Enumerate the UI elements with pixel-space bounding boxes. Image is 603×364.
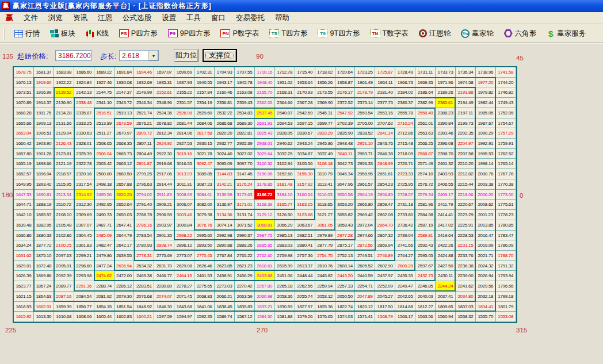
menu-item-8[interactable]: 交易委托 [231, 12, 270, 24]
grid-cell: 1663.04 [14, 128, 34, 139]
menu-item-6[interactable]: 工具 [181, 12, 206, 24]
resistance-button[interactable]: 阻力位 [174, 49, 199, 62]
toolbar-button-K线[interactable]: K线 [81, 29, 114, 39]
toolbar-button-六角形[interactable]: 六角形 [499, 29, 542, 39]
t9-badge-icon: T9 [318, 29, 327, 37]
menu-item-7[interactable]: 窗口 [206, 12, 231, 24]
grid-cell: 2647.41 [115, 220, 135, 231]
grid-cell: 2129.04 [54, 128, 74, 139]
grid-cell: 2202.35 [456, 128, 476, 139]
grid-cell: 2055.74 [295, 292, 315, 302]
grid-cell: 2697.15 [295, 118, 315, 129]
ps-badge-icon: PS [119, 29, 129, 37]
grid-cell: 3063.67 [295, 220, 315, 231]
grid-cell: 2990.37 [235, 231, 255, 241]
toolbar-button-T四方形[interactable]: TST四方形 [264, 29, 312, 39]
grid-cell: 2571.49 [415, 159, 436, 169]
toolbar-button-P四方形[interactable]: PSP四方形 [114, 29, 163, 39]
grid-cell: 1848.92 [134, 302, 154, 312]
grid-cell: 2812.34 [154, 128, 174, 139]
grid-cell: 2136.90 [54, 98, 74, 108]
grid-cell: 2280.89 [154, 281, 174, 292]
grid-cell: 2362.05 [255, 98, 275, 108]
grid-cell: 2720.71 [395, 159, 415, 169]
grid-cell: 2872.56 [355, 240, 375, 251]
grid-cell: 2427.50 [436, 261, 456, 271]
grid-cell: 3136.97 [215, 200, 235, 210]
grid-cell: 2440.59 [355, 271, 375, 281]
grid-cell: 2108.10 [54, 210, 74, 220]
grid-cell: 2906.59 [154, 210, 174, 220]
grid-cell: 1594.97 [174, 312, 194, 322]
grid-cell: 1608.06 [74, 312, 94, 322]
grid-cell: 2204.97 [456, 139, 476, 149]
toolbar-button-T数字表[interactable]: TNT数字表 [365, 29, 414, 39]
grid-cell: 2456.29 [235, 271, 255, 281]
grid-cell: 2382.99 [415, 98, 436, 108]
menu-item-2[interactable]: 资讯 [68, 12, 93, 24]
grid-cell: 2553.16 [375, 108, 395, 118]
grid-cell: 2540.07 [275, 108, 295, 118]
grid-cell: 1733.73 [436, 67, 456, 78]
menu-item-5[interactable]: 设置 [157, 12, 181, 24]
start-price-input[interactable]: 3186.7200 [55, 50, 91, 61]
grid-cell: 2265.18 [275, 281, 295, 292]
toolbar-button-江恩轮[interactable]: 江恩轮 [414, 29, 456, 39]
big-wheel-icon: Big [461, 29, 470, 38]
grid-cell: 2561.01 [415, 118, 436, 129]
grid-cell: 2414.41 [436, 210, 456, 220]
grid-cell: 2767.84 [215, 251, 235, 261]
toolbar-button-9T四方形[interactable]: T99T四方形 [312, 29, 365, 39]
grid-cell: 2398.70 [436, 149, 456, 159]
toolbar-button-9P四方形[interactable]: P99P四方形 [163, 29, 216, 39]
grid-cell: 3139.59 [215, 190, 235, 200]
grid-cell: 2930.15 [194, 139, 215, 149]
grid-cell: 2165.70 [255, 87, 275, 98]
toolbar-button-板块[interactable]: 板块 [45, 29, 81, 39]
grid-cell: 2309.69 [74, 210, 94, 220]
grid-cell: 1885.57 [34, 210, 54, 220]
support-button[interactable]: 支撑位 [203, 49, 237, 62]
grid-cell: 2584.58 [415, 210, 436, 220]
grid-cell: 1799.18 [496, 292, 516, 302]
grid-cell: 3037.49 [315, 149, 335, 159]
grid-cell: 2466.77 [154, 271, 174, 281]
grid-cell: 1817.50 [375, 302, 395, 312]
grid-cell: 1746.82 [496, 87, 516, 98]
mdi-window-icon[interactable]: 赢 [0, 13, 18, 23]
grid-cell: 2417.02 [436, 220, 456, 231]
menu-item-4[interactable]: 公式选股 [117, 12, 157, 24]
grid-cell: 3029.64 [255, 149, 275, 159]
chevron-down-icon[interactable]: ▼ [148, 51, 158, 60]
toolbar-button-赢家服务[interactable]: $赢家服务 [541, 29, 591, 39]
toolbar-grip[interactable] [3, 27, 5, 40]
grid-cell: 2445.82 [315, 271, 335, 281]
grid-cell: 3089.85 [194, 169, 215, 179]
menu-item-3[interactable]: 江恩 [93, 12, 117, 24]
menu-item-9[interactable]: 帮助 [270, 12, 295, 24]
grid-cell: 2087.16 [54, 292, 74, 302]
step-combobox[interactable]: 2.618 ▼ [119, 50, 159, 61]
grid-cell: 2631.70 [154, 261, 174, 271]
grid-cell: 2089.77 [54, 281, 74, 292]
menu-item-1[interactable]: 浏览 [43, 12, 68, 24]
grid-cell: 2566.25 [415, 139, 436, 149]
toolbar-button-赢家轮[interactable]: Big赢家轮 [456, 29, 499, 39]
toolbar: 行情板块K线PSP四方形P99P四方形PNP数字表TST四方形T99T四方形TN… [0, 24, 603, 44]
toolbar-button-行情[interactable]: 行情 [9, 29, 45, 39]
toolbar-button-P数字表[interactable]: PNP数字表 [215, 29, 264, 39]
grid-cell: 2940.62 [275, 139, 295, 149]
controls-row: 起始价格: 3186.7200 步长: 2.618 ▼ 阻力位 支撑位 [0, 44, 603, 64]
grid-cell: 2095.01 [54, 261, 74, 271]
grid-cell: 2773.07 [174, 251, 194, 261]
grid-cell: 2791.40 [134, 200, 154, 210]
grid-cell: 2461.53 [194, 271, 215, 281]
grid-cell: 2100.25 [54, 240, 74, 251]
grid-cell: 3150.06 [255, 169, 275, 179]
grid-cell: 1574.03 [335, 312, 356, 322]
grid-cell: 1890.81 [34, 190, 54, 200]
grid-cell: 1985.05 [476, 108, 496, 118]
grid-cell: 1820.12 [355, 302, 375, 312]
menu-item-0[interactable]: 文件 [18, 12, 43, 24]
grid-cell: 3042.73 [335, 159, 356, 169]
